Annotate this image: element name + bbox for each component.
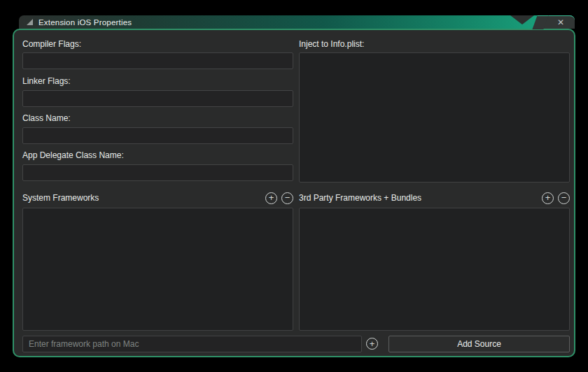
third-party-frameworks-list[interactable]: [299, 208, 570, 331]
titlebar-notch-decoration: [510, 15, 534, 24]
system-frameworks-label: System Frameworks: [22, 193, 261, 203]
add-source-button[interactable]: Add Source: [388, 336, 570, 352]
minus-icon: −: [561, 194, 567, 202]
compiler-flags-input[interactable]: [22, 52, 293, 69]
framework-path-input[interactable]: [22, 336, 362, 352]
plus-icon: +: [545, 194, 551, 202]
app-delegate-class-name-label: App Delegate Class Name:: [22, 150, 124, 160]
linker-flags-label: Linker Flags:: [22, 76, 71, 86]
inject-info-plist-label: Inject to Info.plist:: [299, 39, 364, 49]
third-party-frameworks-remove-button[interactable]: −: [558, 192, 570, 204]
desktop-background: Extension iOS Properties ✕ Compiler Flag…: [0, 0, 588, 372]
title-bar[interactable]: Extension iOS Properties ✕: [19, 15, 575, 29]
system-frameworks-add-button[interactable]: +: [265, 192, 277, 204]
linker-flags-input[interactable]: [22, 90, 293, 107]
plus-icon: +: [269, 194, 274, 202]
add-source-label: Add Source: [457, 339, 501, 349]
framework-path-add-button[interactable]: +: [366, 338, 378, 350]
system-frameworks-header: System Frameworks + −: [22, 191, 293, 205]
window-title: Extension iOS Properties: [38, 18, 132, 27]
inject-info-plist-textarea[interactable]: [299, 52, 570, 183]
class-name-label: Class Name:: [22, 113, 71, 123]
properties-panel: Compiler Flags: Linker Flags: Class Name…: [13, 29, 575, 357]
plus-icon: +: [370, 340, 375, 348]
close-button[interactable]: ✕: [540, 15, 575, 29]
system-frameworks-list[interactable]: [22, 208, 293, 331]
third-party-frameworks-label: 3rd Party Frameworks + Bundles: [299, 193, 538, 203]
system-frameworks-remove-button[interactable]: −: [281, 192, 293, 204]
app-delegate-class-name-input[interactable]: [22, 164, 293, 181]
collapse-triangle-icon: [27, 19, 33, 25]
class-name-input[interactable]: [22, 127, 293, 144]
minus-icon: −: [285, 194, 290, 202]
third-party-frameworks-add-button[interactable]: +: [542, 192, 554, 204]
title-bar-left: Extension iOS Properties: [19, 15, 575, 29]
third-party-frameworks-header: 3rd Party Frameworks + Bundles + −: [299, 191, 570, 205]
compiler-flags-label: Compiler Flags:: [22, 39, 81, 49]
close-icon[interactable]: ✕: [557, 18, 564, 27]
